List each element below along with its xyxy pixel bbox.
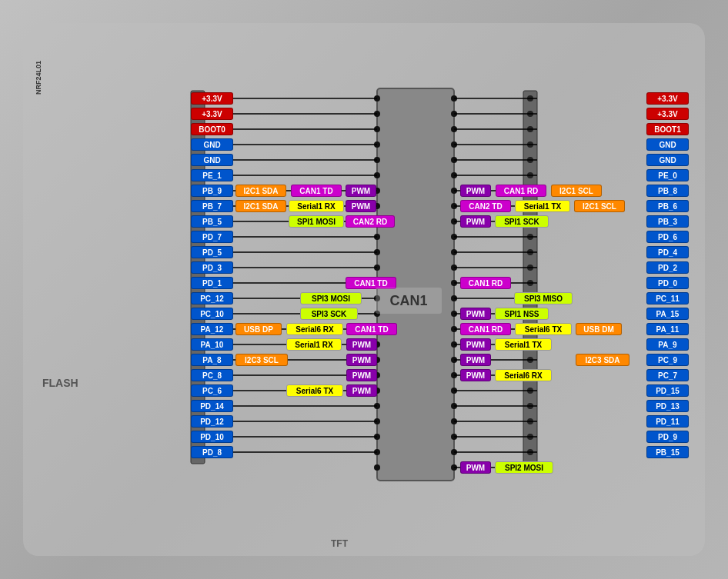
fn-serial6-tx-pc6: Serial6 TX — [286, 384, 343, 397]
fn-spi3-mosi-pc12: SPI3 MOSI — [300, 292, 362, 304]
right-pin-pe0: PE_0 — [646, 169, 689, 181]
flash-label: FLASH — [42, 377, 78, 389]
right-pin-pb8: PB_8 — [646, 185, 689, 197]
left-pin-pc6: PC_6 — [191, 384, 233, 397]
left-pin-pb7: PB_7 — [191, 200, 233, 212]
fn-usbdm-pa11: USB DM — [576, 323, 622, 335]
fn-serial1-tx-pa9: Serial1 TX — [495, 338, 552, 351]
left-pin-gnd-2: GND — [191, 154, 233, 166]
fn-spi1-sck-pb3: SPI1 SCK — [495, 215, 549, 228]
fn-pwm-pb7: PWM — [346, 200, 376, 212]
fn-spi2-mosi-pb15: SPI2 MOSI — [495, 461, 553, 474]
right-pin-pd9: PD_9 — [646, 431, 689, 443]
fn-pwm-pb15: PWM — [460, 461, 491, 474]
fn-usbdp-pa12: USB DP — [235, 323, 282, 335]
fn-i2c1-scl-pb8: I2C1 SCL — [551, 185, 602, 197]
left-pin-pc12: PC_12 — [191, 292, 233, 304]
tft-label: TFT — [331, 538, 348, 549]
svg-rect-0 — [23, 23, 705, 556]
fn-pwm-pc8: PWM — [346, 369, 377, 381]
left-pin-pd14: PD_14 — [191, 400, 233, 412]
fn-can2-td-pb6: CAN2 TD — [460, 200, 511, 212]
right-pin-33v-2: +3.3V — [646, 108, 689, 120]
fn-serial1-rx-pb7: Serial1 RX — [289, 200, 344, 212]
fn-i2c3-sda-pc9: I2C3 SDA — [576, 354, 629, 366]
fn-can1-td-pa12: CAN1 TD — [346, 323, 397, 335]
right-pin-gnd-1: GND — [646, 138, 689, 151]
can1-center-label: CAN1 — [376, 288, 442, 314]
left-pin-pd8: PD_8 — [191, 446, 233, 458]
right-pin-pa11: PA_11 — [646, 323, 689, 335]
right-pin-pd15: PD_15 — [646, 384, 689, 397]
fn-spi1-nss-pa15: SPI1 NSS — [495, 308, 549, 320]
fn-i2c1-sda-pb9: I2C1 SDA — [235, 185, 286, 197]
right-pin-pb15: PB_15 — [646, 446, 689, 458]
fn-pwm-pc9: PWM — [460, 354, 491, 366]
left-pin-33v-2: +3.3V — [191, 108, 233, 120]
left-pin-pb9: PB_9 — [191, 185, 233, 197]
pin-diagram: +3.3V +3.3V BOOT0 GND GND PE_1 PB_9 PB_7… — [0, 0, 728, 579]
right-pin-pd4: PD_4 — [646, 246, 689, 258]
fn-i2c3-scl-pa8: I2C3 SCL — [235, 354, 288, 366]
fn-can1-rd-pb8: CAN1 RD — [496, 185, 546, 197]
left-pin-33v-1: +3.3V — [191, 92, 233, 105]
left-pin-pa10: PA_10 — [191, 338, 233, 351]
right-pin-pc7: PC_7 — [646, 369, 689, 381]
fn-can2-rd-pb5: CAN2 RD — [346, 215, 395, 228]
fn-serial6-tx-pa11: Serial6 TX — [515, 323, 572, 335]
left-pin-pc10: PC_10 — [191, 308, 233, 320]
left-pin-pd1: PD_1 — [191, 277, 233, 289]
right-pin-pb6: PB_6 — [646, 200, 689, 212]
right-pin-pb3: PB_3 — [646, 215, 689, 228]
left-pin-pd7: PD_7 — [191, 231, 233, 243]
diagram-svg — [0, 0, 728, 579]
right-pin-pc11: PC_11 — [646, 292, 689, 304]
fn-pwm-pb3: PWM — [460, 215, 491, 228]
fn-pwm-pa9: PWM — [460, 338, 491, 351]
left-pin-pb5: PB_5 — [191, 215, 233, 228]
left-pin-boot0: BOOT0 — [191, 123, 233, 135]
fn-spi3-miso-pc11: SPI3 MISO — [514, 292, 573, 304]
fn-can1-rd-pd0: CAN1 RD — [460, 277, 511, 289]
left-pin-pd3: PD_3 — [191, 261, 233, 274]
fn-pwm-pb8: PWM — [460, 185, 491, 197]
fn-spi1-mosi-pb5: SPI1 MOSI — [289, 215, 344, 228]
fn-i2c1-scl-pb6: I2C1 SCL — [574, 200, 625, 212]
fn-pwm-pa8: PWM — [346, 354, 377, 366]
fn-serial6-rx-pa12: Serial6 RX — [286, 323, 343, 335]
right-pin-pd13: PD_13 — [646, 400, 689, 412]
right-pin-pd2: PD_2 — [646, 261, 689, 274]
right-pin-pd6: PD_6 — [646, 231, 689, 243]
right-pin-pa15: PA_15 — [646, 308, 689, 320]
fn-i2c1-sda-pb7: I2C1 SDA — [235, 200, 286, 212]
left-pin-pd10: PD_10 — [191, 431, 233, 443]
fn-pwm-pc6: PWM — [346, 384, 377, 397]
left-pin-pd12: PD_12 — [191, 415, 233, 428]
left-pin-gnd-1: GND — [191, 138, 233, 151]
right-pin-33v-1: +3.3V — [646, 92, 689, 105]
fn-can1-td-pb9: CAN1 TD — [291, 185, 342, 197]
left-pin-pe1: PE_1 — [191, 169, 233, 181]
nrf-label: NRF24L01 — [35, 61, 42, 95]
right-pin-gnd-2: GND — [646, 154, 689, 166]
right-pin-boot1: BOOT1 — [646, 123, 689, 135]
right-pin-pd0: PD_0 — [646, 277, 689, 289]
fn-pwm-pa15: PWM — [460, 308, 491, 320]
fn-can1-rd-pa11: CAN1 RD — [460, 323, 511, 335]
left-pin-pa12: PA_12 — [191, 323, 233, 335]
fn-serial1-tx-pb6: Serial1 TX — [515, 200, 570, 212]
fn-pwm-pc7: PWM — [460, 369, 491, 381]
left-pin-pa8: PA_8 — [191, 354, 233, 366]
fn-spi3-sck-pc10: SPI3 SCK — [300, 308, 358, 320]
svg-point-52 — [374, 464, 380, 471]
fn-serial6-rx-pc7: Serial6 RX — [495, 369, 552, 381]
right-pin-pa9: PA_9 — [646, 338, 689, 351]
fn-pwm-pb9: PWM — [346, 185, 376, 197]
left-pin-pd5: PD_5 — [191, 246, 233, 258]
fn-serial1-rx-pa10: Serial1 RX — [286, 338, 342, 351]
right-pin-pc9: PC_9 — [646, 354, 689, 366]
fn-pwm-pa10: PWM — [346, 338, 377, 351]
right-pin-pd11: PD_11 — [646, 415, 689, 428]
left-pin-pc8: PC_8 — [191, 369, 233, 381]
